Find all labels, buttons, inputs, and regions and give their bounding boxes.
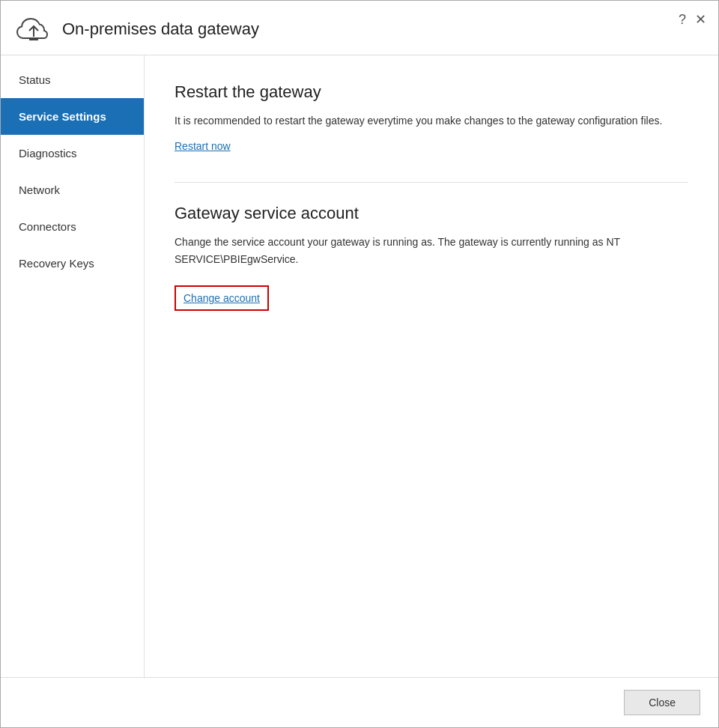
- restart-section-title: Restart the gateway: [175, 82, 688, 102]
- sidebar-item-service-settings[interactable]: Service Settings: [1, 98, 144, 135]
- main-window: On-premises data gateway ? ✕ Status Serv…: [0, 0, 719, 728]
- footer: Close: [1, 677, 718, 727]
- sidebar-item-recovery-keys[interactable]: Recovery Keys: [1, 245, 144, 282]
- sidebar-item-connectors[interactable]: Connectors: [1, 208, 144, 245]
- sidebar-item-diagnostics[interactable]: Diagnostics: [1, 135, 144, 172]
- section-divider: [175, 182, 688, 183]
- restart-now-link[interactable]: Restart now: [175, 140, 231, 152]
- sidebar-item-network[interactable]: Network: [1, 172, 144, 208]
- cloud-upload-icon: [16, 14, 52, 44]
- change-account-link[interactable]: Change account: [183, 292, 260, 304]
- sidebar: Status Service Settings Diagnostics Netw…: [1, 55, 145, 677]
- help-button[interactable]: ?: [679, 12, 686, 28]
- app-title: On-premises data gateway: [62, 19, 259, 39]
- close-button[interactable]: Close: [624, 690, 700, 715]
- sidebar-item-status[interactable]: Status: [1, 61, 144, 98]
- close-window-button[interactable]: ✕: [695, 11, 706, 28]
- main-content: Status Service Settings Diagnostics Netw…: [1, 55, 718, 677]
- service-account-description: Change the service account your gateway …: [175, 234, 688, 267]
- title-bar-actions: ? ✕: [679, 11, 706, 28]
- service-account-section-title: Gateway service account: [175, 204, 688, 223]
- restart-description: It is recommended to restart the gateway…: [175, 112, 688, 129]
- change-account-highlight-box: Change account: [175, 285, 269, 311]
- title-bar: On-premises data gateway ? ✕: [1, 1, 718, 55]
- content-area: Restart the gateway It is recommended to…: [145, 55, 718, 677]
